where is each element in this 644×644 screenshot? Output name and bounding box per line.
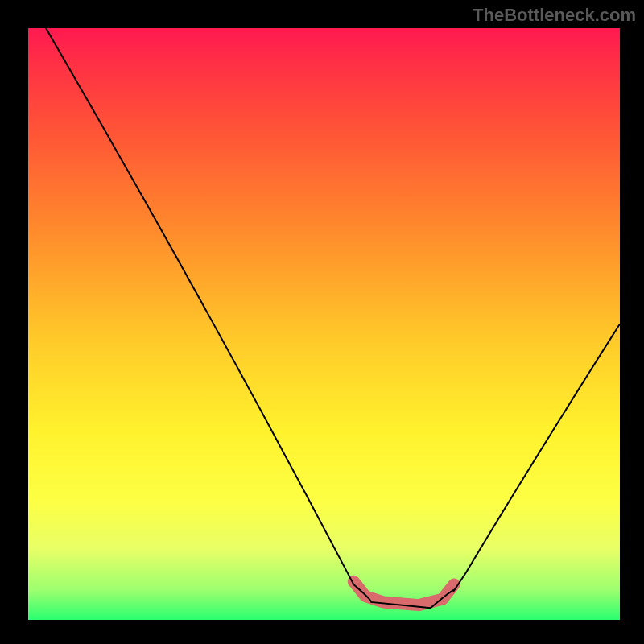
bottleneck-curve	[46, 28, 620, 608]
plot-area	[28, 28, 620, 620]
curve-svg	[28, 28, 620, 620]
watermark-text: TheBottleneck.com	[473, 5, 636, 26]
